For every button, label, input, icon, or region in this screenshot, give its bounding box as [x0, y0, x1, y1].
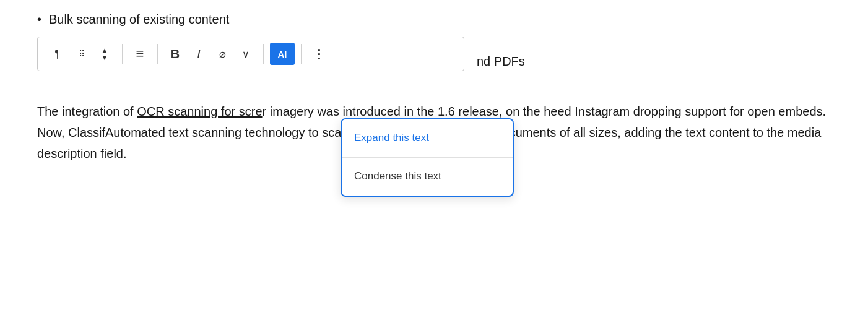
- ocr-link[interactable]: OCR scanning for scre: [137, 105, 262, 118]
- bullet-text: Bulk scanning of existing content: [49, 12, 229, 27]
- move-button[interactable]: ▲ ▼: [93, 43, 116, 65]
- move-icon: ▲ ▼: [102, 47, 108, 61]
- ai-button[interactable]: AI: [270, 43, 295, 65]
- more-icon: ⋮: [313, 46, 325, 61]
- paragraph-button[interactable]: ¶: [46, 43, 69, 65]
- toolbar-group-more: ⋮: [303, 43, 335, 65]
- ai-dropdown-menu: Expand this text Condense this text: [341, 118, 514, 197]
- bullet-item: • Bulk scanning of existing content: [37, 12, 831, 27]
- toolbar-trailing-text: nd PDFs: [477, 54, 525, 69]
- toolbar-group-format: B I ⌀ ∨: [159, 43, 262, 65]
- paragraph-icon: ¶: [54, 48, 61, 61]
- condense-text-option[interactable]: Condense this text: [342, 158, 513, 196]
- link-button[interactable]: ⌀: [211, 43, 233, 65]
- italic-button[interactable]: I: [188, 43, 210, 65]
- page-wrapper: • Bulk scanning of existing content ¶ ⠿ …: [0, 0, 868, 189]
- toolbar-divider-2: [157, 44, 158, 64]
- content-area: Expand this text Condense this text The …: [37, 101, 831, 164]
- format-dropdown-button[interactable]: ∨: [235, 43, 257, 65]
- more-options-button[interactable]: ⋮: [308, 43, 330, 65]
- italic-icon: I: [197, 47, 201, 61]
- bold-icon: B: [171, 47, 180, 61]
- editor-toolbar: ¶ ⠿ ▲ ▼ ≡: [37, 37, 464, 71]
- align-icon: ≡: [136, 46, 144, 62]
- chevron-down-icon: ∨: [242, 48, 250, 60]
- toolbar-group-block: ¶ ⠿ ▲ ▼: [41, 43, 121, 65]
- drag-icon: ⠿: [79, 49, 84, 59]
- toolbar-group-ai: AI: [265, 43, 300, 65]
- bullet-dot: •: [37, 12, 41, 27]
- align-button[interactable]: ≡: [129, 43, 151, 65]
- toolbar-divider-1: [122, 44, 123, 64]
- toolbar-group-align: ≡: [124, 43, 156, 65]
- ai-label: AI: [278, 49, 287, 59]
- drag-handle-button[interactable]: ⠿: [70, 43, 92, 65]
- link-icon: ⌀: [219, 47, 226, 61]
- toolbar-divider-4: [301, 44, 302, 64]
- bold-button[interactable]: B: [164, 43, 186, 65]
- expand-text-option[interactable]: Expand this text: [342, 119, 513, 158]
- toolbar-divider-3: [263, 44, 264, 64]
